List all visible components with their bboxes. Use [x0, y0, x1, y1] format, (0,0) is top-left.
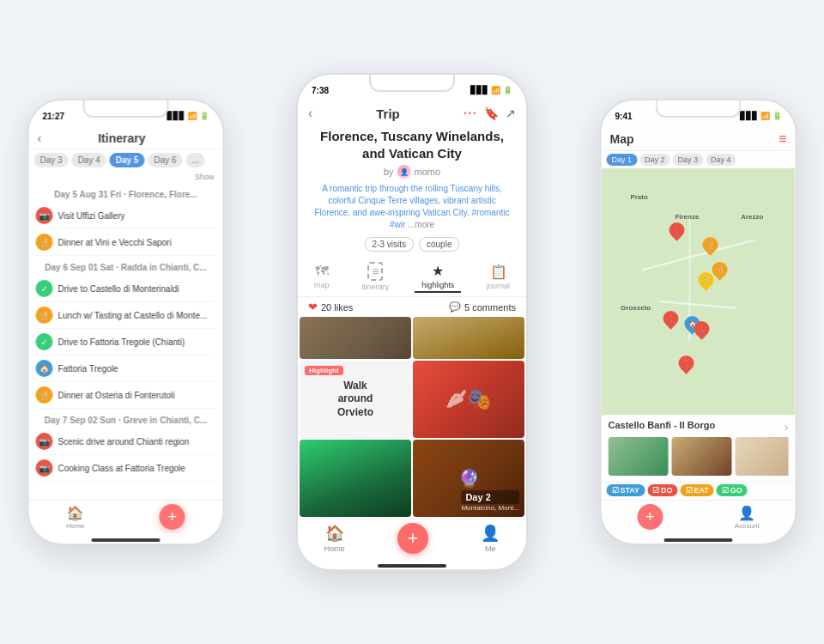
more-options-icon[interactable]: ··· — [464, 106, 477, 121]
center-me-icon: 👤 — [481, 524, 500, 543]
day-tab-more[interactable]: ... — [186, 153, 205, 167]
filter-chip-eat[interactable]: ☑ EAT — [681, 484, 714, 496]
center-nav-me[interactable]: 👤 Me — [481, 524, 500, 553]
left-itinerary-title: Itinerary — [48, 131, 195, 145]
filter-chip-stay[interactable]: ☑ STAY — [607, 484, 645, 496]
item-icon-food: 🍴 — [36, 234, 53, 251]
right-day-tab-3[interactable]: Day 3 — [673, 154, 704, 166]
day-tabs-left: Day 3 Day 4 Day 5 Day 6 ... — [29, 149, 223, 171]
eat-label: EAT — [694, 486, 709, 495]
map-area[interactable]: Prato Firenze Arezzo Grosseto 📍 🍴 🍴 🍴 — [602, 168, 796, 415]
day6-header: Day 6 Sep 01 Sat · Radda in Chianti, C..… — [36, 256, 216, 276]
day-tab-6[interactable]: Day 6 — [148, 153, 182, 167]
share-icon[interactable]: ↗ — [506, 106, 516, 120]
list-item[interactable]: 📷 Visit Uffizi Gallery — [36, 203, 216, 229]
right-day-tab-4[interactable]: Day 4 — [706, 154, 736, 166]
itinerary-content: Day 5 Aug 31 Fri · Florence, Flore... 📷 … — [29, 183, 223, 500]
list-item[interactable]: ✓ Drive to Fattoria Tregole (Chianti) — [36, 329, 216, 355]
tab-highlights-label: highlights — [421, 281, 454, 289]
tag-visits[interactable]: 2-3 visits — [365, 237, 414, 252]
left-nav-home[interactable]: 🏠 Home — [66, 505, 84, 530]
tab-highlights[interactable]: ★ highlights — [415, 261, 461, 293]
map-pin-8[interactable]: 📍 — [679, 355, 694, 374]
author-name: momo — [415, 167, 441, 177]
go-checkbox-icon: ☑ — [722, 486, 729, 495]
list-item[interactable]: 🍴 Dinner at Osteria di Fonterutoli — [36, 382, 216, 409]
tab-map[interactable]: 🗺 map — [307, 262, 336, 291]
map-card-img-2[interactable] — [672, 437, 732, 476]
left-fab-button[interactable]: + — [160, 504, 185, 530]
center-home-indicator — [378, 564, 446, 568]
map-card-chevron[interactable]: › — [785, 420, 789, 434]
map-background: Prato Firenze Arezzo Grosseto 📍 🍴 🍴 🍴 — [602, 168, 796, 415]
map-card-title: Castello Banfi - Il Borgo — [609, 420, 716, 430]
tag-couple[interactable]: couple — [419, 237, 459, 252]
item-text: Drive to Fattoria Tregole (Chianti) — [58, 337, 185, 348]
map-pin-5[interactable]: 📍 — [663, 311, 679, 330]
list-item[interactable]: ✓ Drive to Castello di Monterinaldi — [36, 276, 216, 302]
right-nav-account[interactable]: 👤 Account — [735, 505, 760, 530]
center-phone: 7:38 ▊▊▊ 📶 🔋 ‹ Trip ··· 🔖 ↗ Florence, Tu… — [296, 73, 528, 571]
pin-icon-8: 📍 — [682, 360, 691, 368]
eat-checkbox-icon: ☑ — [686, 486, 693, 495]
filter-chip-do[interactable]: ☑ DO — [647, 484, 678, 496]
center-bottom-nav: 🏠 Home + 👤 Me — [298, 519, 526, 561]
photo-trees[interactable] — [300, 440, 411, 517]
tab-journal[interactable]: 📋 journal — [480, 262, 517, 292]
list-item[interactable]: 📷 Scenic drive around Chianti region — [36, 428, 216, 455]
day-tab-3[interactable]: Day 3 — [34, 153, 69, 167]
right-list-icon[interactable]: ≡ — [779, 131, 786, 147]
right-day-tab-1[interactable]: Day 1 — [607, 154, 638, 166]
photo-highlight[interactable]: Highlight WalkaroundOrvieto — [300, 361, 411, 438]
map-pin-3[interactable]: 🍴 — [712, 262, 727, 281]
center-nav-icons: ··· 🔖 ↗ — [464, 106, 516, 121]
list-item[interactable]: 📷 Cooking Class at Fattoria Tregole — [36, 455, 216, 482]
center-home-icon: 🏠 — [325, 524, 344, 543]
stay-label: STAY — [621, 486, 640, 495]
map-card-img-1[interactable] — [609, 437, 669, 476]
photo-day1[interactable]: Day 1 Montalcino, Orvieto — [300, 317, 411, 359]
map-pin-7[interactable]: 📍 — [694, 321, 710, 340]
pin-icon-3: 🍴 — [715, 266, 724, 274]
bookmark-icon[interactable]: 🔖 — [484, 106, 499, 120]
photo-arch[interactable] — [413, 317, 524, 359]
item-icon-camera: 📷 — [36, 207, 53, 224]
right-fab-button[interactable]: + — [637, 504, 663, 530]
trip-title: Florence, Tuscany Winelands, and Vatican… — [298, 125, 526, 163]
item-icon-drive2: ✓ — [36, 333, 53, 350]
tab-itinerary[interactable]: ≡ itinerary — [354, 260, 396, 293]
center-nav-home[interactable]: 🏠 Home — [324, 524, 345, 553]
pin-icon-5: 📍 — [667, 315, 676, 323]
stay-checkbox-icon: ☑ — [612, 486, 619, 495]
right-day-tab-2[interactable]: Day 2 — [639, 154, 670, 166]
center-back-icon[interactable]: ‹ — [308, 106, 312, 121]
left-back-icon[interactable]: ‹ — [38, 131, 42, 145]
center-me-label: Me — [485, 544, 496, 553]
day-tab-4[interactable]: Day 4 — [72, 153, 106, 167]
photo-food[interactable]: 🌶🎭 — [413, 361, 524, 438]
likes-count[interactable]: ❤ 20 likes — [308, 301, 353, 313]
comments-count[interactable]: 💬 5 comments — [449, 301, 516, 313]
right-day-tabs: Day 1 Day 2 Day 3 Day 4 — [602, 151, 796, 168]
heart-icon: ❤ — [308, 301, 318, 313]
left-time: 21:27 — [43, 112, 65, 121]
photo-day2[interactable]: 🔮 Day 2 Montalcino, Mont... — [413, 440, 524, 517]
day-tab-5[interactable]: Day 5 — [110, 153, 145, 167]
highlight-badge: Highlight — [305, 366, 343, 375]
comment-bubble-icon: 💬 — [449, 301, 461, 313]
left-header: ‹ Itinerary — [29, 128, 223, 149]
list-item[interactable]: 🍴 Dinner at Vini e Vecchi Sapori — [36, 229, 216, 256]
filter-chip-go[interactable]: ☑ GO — [717, 484, 748, 496]
filter-chips: ☑ STAY ☑ DO ☑ EAT ☑ GO — [602, 481, 796, 500]
city-arezzo: Arezzo — [741, 213, 763, 221]
item-text: Lunch w/ Tasting at Castello di Monte... — [58, 310, 208, 321]
map-pin-4[interactable]: 🍴 — [699, 272, 714, 291]
center-fab-button[interactable]: + — [397, 523, 428, 554]
left-home-indicator — [92, 538, 161, 542]
right-phone-notch — [656, 100, 742, 118]
map-card-img-3[interactable] — [736, 437, 789, 476]
list-item[interactable]: 🏠 Fattoria Tregole — [36, 355, 216, 382]
map-pin-1[interactable]: 📍 — [670, 222, 685, 241]
list-item[interactable]: 🍴 Lunch w/ Tasting at Castello di Monte.… — [36, 302, 216, 329]
map-pin-2[interactable]: 🍴 — [702, 237, 718, 256]
